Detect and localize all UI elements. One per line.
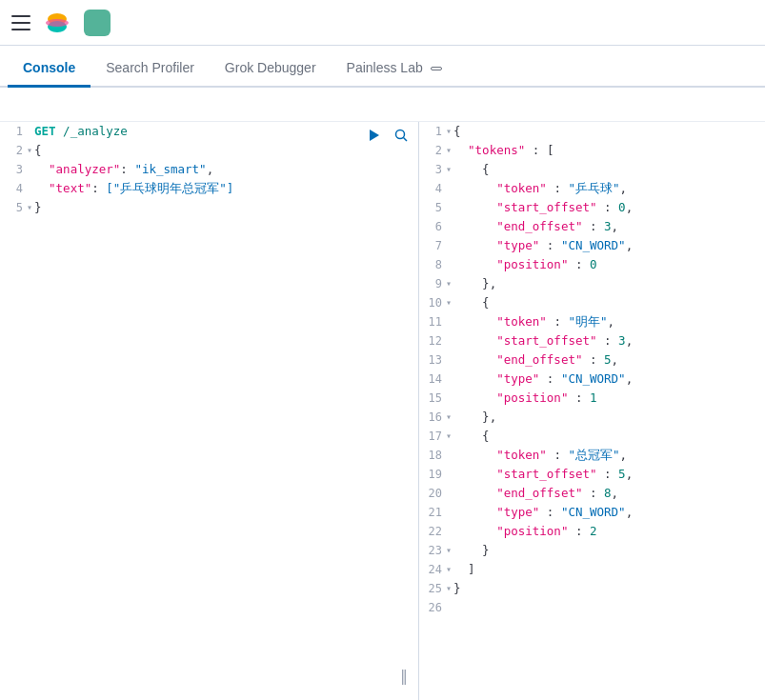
nav-tabs: Console Search Profiler Grok Debugger Pa… <box>0 46 765 88</box>
divider-handle[interactable]: ‖ <box>394 667 413 685</box>
svg-line-5 <box>404 138 408 142</box>
line-content: "tokens" : [ <box>450 141 765 160</box>
line-number: 14 <box>419 370 450 389</box>
line-number: 10 <box>419 293 450 312</box>
table-row: 22 "position" : 2 <box>419 522 765 541</box>
table-row: 5 "start_offset" : 0, <box>419 198 765 217</box>
table-row: 24 ] <box>419 560 765 579</box>
secondary-toolbar <box>0 88 765 122</box>
table-row: 4 "token" : "乒乓球", <box>419 179 765 198</box>
line-number: 12 <box>419 331 450 350</box>
line-number: 1 <box>0 122 30 141</box>
line-number: 2 <box>0 141 30 160</box>
line-content: }, <box>450 274 765 293</box>
line-number: 8 <box>419 255 450 274</box>
line-content: { <box>450 427 765 446</box>
code-editor[interactable]: 1GET /_analyze2{3 "analyzer": "ik_smart"… <box>0 122 418 700</box>
table-row: 14 "type" : "CN_WORD", <box>419 370 765 389</box>
line-content <box>450 598 765 617</box>
line-content: "start_offset" : 0, <box>450 198 765 217</box>
line-number: 22 <box>419 522 450 541</box>
line-number: 23 <box>419 541 450 560</box>
elastic-logo <box>42 8 72 38</box>
tab-painless-lab[interactable]: Painless Lab <box>332 50 457 88</box>
line-number: 15 <box>419 389 450 408</box>
line-number: 11 <box>419 312 450 331</box>
line-content: ] <box>450 560 765 579</box>
line-content: "text": ["乒乓球明年总冠军"] <box>30 179 418 198</box>
svg-marker-3 <box>370 130 379 141</box>
table-row: 19 "start_offset" : 5, <box>419 465 765 484</box>
line-number: 3 <box>419 160 450 179</box>
table-row: 1GET /_analyze <box>0 122 418 141</box>
table-row: 15 "position" : 1 <box>419 389 765 408</box>
table-row: 10 { <box>419 293 765 312</box>
line-content: "type" : "CN_WORD", <box>450 236 765 255</box>
table-row: 12 "start_offset" : 3, <box>419 331 765 350</box>
table-row: 17 { <box>419 427 765 446</box>
table-row: 20 "end_offset" : 8, <box>419 484 765 503</box>
hamburger-icon[interactable] <box>11 15 30 30</box>
line-content: "start_offset" : 5, <box>450 465 765 484</box>
run-button[interactable] <box>363 124 386 147</box>
line-number: 3 <box>0 160 30 179</box>
line-number: 4 <box>0 179 30 198</box>
line-number: 1 <box>419 122 450 141</box>
line-content: "position" : 1 <box>450 389 765 408</box>
line-number: 20 <box>419 484 450 503</box>
line-content: { <box>450 122 765 141</box>
line-number: 24 <box>419 560 450 579</box>
play-icon <box>367 128 382 143</box>
tab-grok-debugger[interactable]: Grok Debugger <box>210 50 332 88</box>
line-number: 17 <box>419 427 450 446</box>
output-pane: 1{2 "tokens" : [3 {4 "token" : "乒乓球",5 "… <box>419 122 765 700</box>
table-row: 23 } <box>419 541 765 560</box>
table-row: 9 }, <box>419 274 765 293</box>
table-row: 2 "tokens" : [ <box>419 141 765 160</box>
line-content: } <box>450 579 765 598</box>
line-content: "type" : "CN_WORD", <box>450 370 765 389</box>
editor-table: 1GET /_analyze2{3 "analyzer": "ik_smart"… <box>0 122 418 217</box>
history-button[interactable] <box>8 101 27 109</box>
table-row: 25} <box>419 579 765 598</box>
table-row: 5} <box>0 198 418 217</box>
line-number: 7 <box>419 236 450 255</box>
line-number: 18 <box>419 446 450 465</box>
table-row: 16 }, <box>419 408 765 427</box>
line-content: "end_offset" : 5, <box>450 350 765 370</box>
line-content: "token" : "明年", <box>450 312 765 331</box>
line-number: 16 <box>419 408 450 427</box>
line-content: }, <box>450 408 765 427</box>
search-icon <box>393 128 409 143</box>
line-content: "position" : 2 <box>450 522 765 541</box>
line-number: 5 <box>0 198 30 217</box>
search-button[interactable] <box>390 124 413 147</box>
table-row: 8 "position" : 0 <box>419 255 765 274</box>
editor-pane: 1GET /_analyze2{3 "analyzer": "ik_smart"… <box>0 122 419 700</box>
table-row: 18 "token" : "总冠军", <box>419 446 765 465</box>
line-number: 9 <box>419 274 450 293</box>
line-content: } <box>450 541 765 560</box>
table-row: 3 "analyzer": "ik_smart", <box>0 160 418 179</box>
table-row: 4 "text": ["乒乓球明年总冠军"] <box>0 179 418 198</box>
line-content: "type" : "CN_WORD", <box>450 503 765 522</box>
help-button[interactable] <box>53 101 72 109</box>
line-number: 19 <box>419 465 450 484</box>
table-row: 26 <box>419 598 765 617</box>
line-content: "end_offset" : 8, <box>450 484 765 503</box>
output-table: 1{2 "tokens" : [3 {4 "token" : "乒乓球",5 "… <box>419 122 765 617</box>
table-row: 13 "end_offset" : 5, <box>419 350 765 370</box>
settings-button[interactable] <box>30 101 50 109</box>
top-bar <box>0 0 765 46</box>
beta-badge <box>431 67 442 70</box>
tab-console[interactable]: Console <box>8 50 91 88</box>
line-number: 26 <box>419 598 450 617</box>
line-number: 13 <box>419 350 450 370</box>
tab-search-profiler[interactable]: Search Profiler <box>91 50 210 88</box>
table-row: 6 "end_offset" : 3, <box>419 217 765 236</box>
line-content: "end_offset" : 3, <box>450 217 765 236</box>
output-editor[interactable]: 1{2 "tokens" : [3 {4 "token" : "乒乓球",5 "… <box>419 122 765 700</box>
line-number: 25 <box>419 579 450 598</box>
svg-point-4 <box>396 130 405 139</box>
editor-toolbar <box>357 122 418 149</box>
